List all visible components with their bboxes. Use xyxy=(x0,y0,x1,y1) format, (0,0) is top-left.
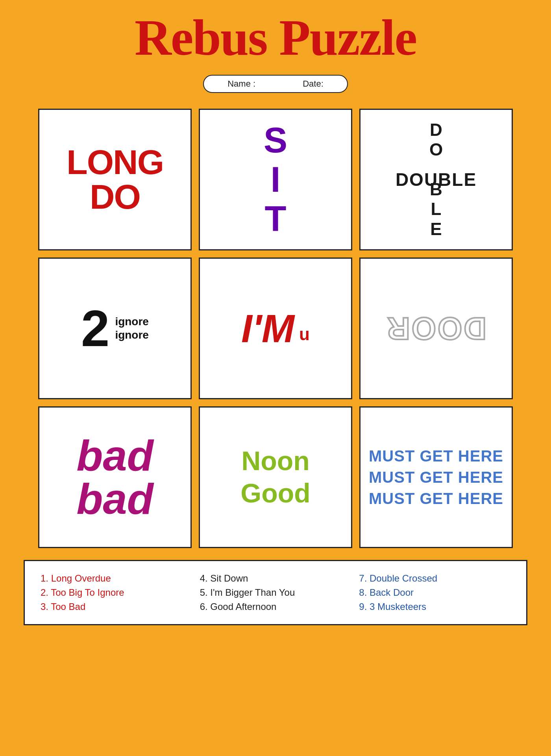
answer-8: 8. Back Door xyxy=(359,587,510,598)
answer-3: 3. Too Bad xyxy=(41,601,192,612)
puzzle-cell-3: D O O B L E DOUBLE xyxy=(359,109,513,250)
long-text: LONG xyxy=(67,145,163,180)
answer-1: 1. Long Overdue xyxy=(41,573,192,584)
puzzle-cell-7: bad bad xyxy=(38,406,192,548)
answer-7: 7. Double Crossed xyxy=(359,573,510,584)
sit-i: I xyxy=(270,162,280,197)
puzzle-grid: LONG DO S I T D O O B L E DOUBLE 2 xyxy=(38,109,513,548)
big-two: 2 xyxy=(81,303,109,354)
answers-col-3: 7. Double Crossed 8. Back Door 9. 3 Musk… xyxy=(359,573,510,612)
name-date-bar: Name : Date: xyxy=(203,75,348,93)
answer-2: 2. Too Big To Ignore xyxy=(41,587,192,598)
must-3: MUST GET HERE xyxy=(369,488,503,509)
v-o: O xyxy=(429,140,443,159)
v-e: E xyxy=(430,220,442,239)
bad-2: bad xyxy=(76,477,153,521)
ignore-1: ignore xyxy=(115,315,149,328)
im-text: I'M xyxy=(241,309,294,348)
noon-good-text: Noon Good xyxy=(206,445,345,509)
sit-s: S xyxy=(264,122,287,158)
puzzle-cell-1: LONG DO xyxy=(38,109,192,250)
do-text: DO xyxy=(90,180,140,214)
puzzle-cell-4: 2 ignore ignore xyxy=(38,258,192,399)
v-d: D xyxy=(430,120,442,139)
name-label: Name : xyxy=(227,79,255,89)
door-text: DOOR xyxy=(386,310,486,346)
must-1: MUST GET HERE xyxy=(369,446,503,466)
answer-5: 5. I'm Bigger Than You xyxy=(200,587,351,598)
answers-col-1: 1. Long Overdue 2. Too Big To Ignore 3. … xyxy=(41,573,192,612)
answer-6: 6. Good Afternoon xyxy=(200,601,351,612)
horizontal-double: DOUBLE xyxy=(396,169,477,190)
puzzle-cell-2: S I T xyxy=(199,109,352,250)
answers-box: 1. Long Overdue 2. Too Big To Ignore 3. … xyxy=(24,560,527,625)
puzzle-cell-6: DOOR xyxy=(359,258,513,399)
puzzle-cell-5: I'M u xyxy=(199,258,352,399)
ignore-2: ignore xyxy=(115,329,149,341)
page-title: Rebus Puzzle xyxy=(135,12,416,63)
answer-9: 9. 3 Musketeers xyxy=(359,601,510,612)
bad-1: bad xyxy=(76,434,153,477)
u-text: u xyxy=(299,324,310,348)
answer-4: 4. Sit Down xyxy=(200,573,351,584)
sit-t: T xyxy=(265,201,287,237)
v-l: L xyxy=(431,200,442,219)
answers-col-2: 4. Sit Down 5. I'm Bigger Than You 6. Go… xyxy=(200,573,351,612)
must-2: MUST GET HERE xyxy=(369,467,503,487)
puzzle-cell-9: MUST GET HERE MUST GET HERE MUST GET HER… xyxy=(359,406,513,548)
puzzle-cell-8: Noon Good xyxy=(199,406,352,548)
date-label: Date: xyxy=(303,79,324,89)
